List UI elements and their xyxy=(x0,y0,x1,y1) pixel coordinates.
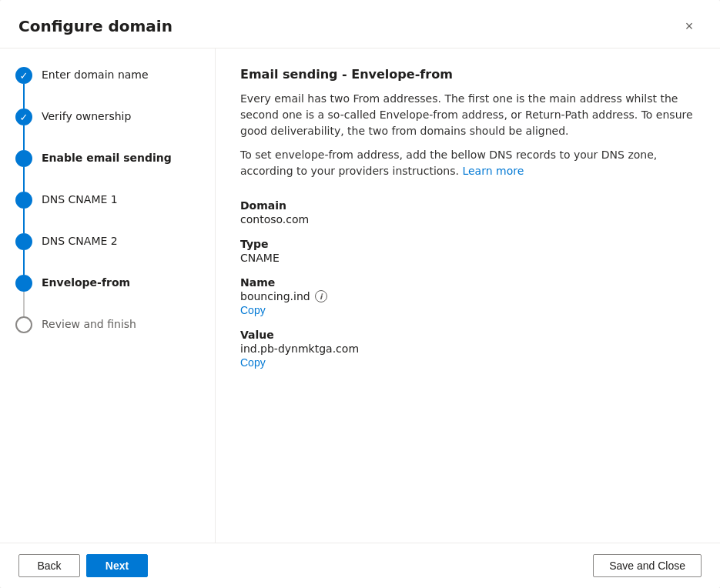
steps-sidebar: Enter domain name Verify ownership E xyxy=(0,48,216,543)
step-item-dns-cname-2: DNS CNAME 2 xyxy=(15,233,199,275)
step-item-enter-domain: Enter domain name xyxy=(15,67,199,109)
field-block-value: Value ind.pb-dynmktga.com Copy xyxy=(240,329,695,369)
step-circle-verify xyxy=(15,109,32,125)
step-circle-envelope-from xyxy=(15,275,32,292)
step-line-2 xyxy=(23,125,25,150)
field-label-domain: Domain xyxy=(240,199,695,212)
dialog-title: Configure domain xyxy=(18,17,172,35)
field-block-type: Type CNAME xyxy=(240,238,695,264)
step-label-enable-email: Enable email sending xyxy=(42,150,172,164)
copy-name-button[interactable]: Copy xyxy=(240,304,266,316)
back-button[interactable]: Back xyxy=(18,554,80,577)
close-button[interactable]: × xyxy=(677,14,702,38)
field-value-value: ind.pb-dynmktga.com xyxy=(240,342,695,355)
field-value-domain: contoso.com xyxy=(240,213,695,226)
field-label-value: Value xyxy=(240,329,695,341)
step-item-envelope-from: Envelope-from xyxy=(15,275,199,316)
step-label-review-finish: Review and finish xyxy=(42,316,136,330)
step-label-verify-ownership: Verify ownership xyxy=(42,109,131,122)
content-title: Email sending - Envelope-from xyxy=(240,67,695,82)
step-label-dns-cname-2: DNS CNAME 2 xyxy=(42,233,118,247)
step-item-review-finish: Review and finish xyxy=(15,316,199,353)
learn-more-link[interactable]: Learn more xyxy=(462,165,524,177)
step-circle-dns-cname-1 xyxy=(15,192,32,209)
step-label-dns-cname-1: DNS CNAME 1 xyxy=(42,192,118,205)
field-value-name: bouncing.ind i xyxy=(240,290,695,302)
step-item-verify-ownership: Verify ownership xyxy=(15,109,199,150)
step-circle-enable-email xyxy=(15,150,32,167)
footer-left-actions: Back Next xyxy=(18,554,148,577)
dialog-footer: Back Next Save and Close xyxy=(0,543,720,588)
step-circle-enter-domain xyxy=(15,67,32,84)
field-label-name: Name xyxy=(240,276,695,289)
field-value-type: CNAME xyxy=(240,252,695,264)
save-close-button[interactable]: Save and Close xyxy=(593,554,702,577)
content-desc-1: Every email has two From addresses. The … xyxy=(240,91,695,139)
step-line-4 xyxy=(23,209,25,233)
dialog-header: Configure domain × xyxy=(0,0,720,48)
field-label-type: Type xyxy=(240,238,695,250)
step-line-1 xyxy=(23,84,25,109)
field-block-name: Name bouncing.ind i Copy xyxy=(240,276,695,316)
next-button[interactable]: Next xyxy=(86,554,148,577)
step-item-enable-email: Enable email sending xyxy=(15,150,199,192)
step-label-envelope-from: Envelope-from xyxy=(42,275,130,289)
step-item-dns-cname-1: DNS CNAME 1 xyxy=(15,192,199,233)
step-circle-review-finish xyxy=(15,316,32,333)
configure-domain-dialog: Configure domain × Enter domain name xyxy=(0,0,720,588)
step-label-enter-domain: Enter domain name xyxy=(42,67,149,81)
field-block-domain: Domain contoso.com xyxy=(240,199,695,226)
info-icon-name: i xyxy=(315,290,327,302)
copy-value-button[interactable]: Copy xyxy=(240,356,266,369)
content-desc-2: To set envelope-from address, add the be… xyxy=(240,147,695,179)
step-line-3 xyxy=(23,167,25,192)
content-area: Email sending - Envelope-from Every emai… xyxy=(216,48,720,543)
step-line-6 xyxy=(23,292,25,316)
dialog-body: Enter domain name Verify ownership E xyxy=(0,48,720,543)
step-circle-dns-cname-2 xyxy=(15,233,32,250)
step-line-5 xyxy=(23,250,25,275)
